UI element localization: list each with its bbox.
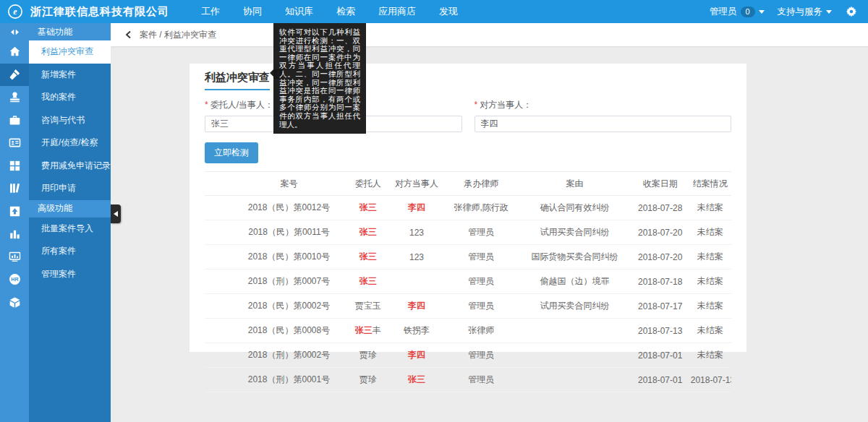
breadcrumb-bar: 案件 / 利益冲突审查: [111, 23, 868, 46]
bar-chart-icon[interactable]: [0, 223, 29, 246]
sidebar-item-0-1[interactable]: 新增案件: [29, 64, 111, 87]
topbar: e 浙江律联信息科技有限公司 工作协同知识库检索应用商店发现 管理员 0 支持与…: [0, 0, 868, 23]
cell-text: 2018-07-18: [638, 277, 682, 287]
sidebar-item-0-4[interactable]: 开庭/侦查/检察: [29, 132, 111, 155]
cell-text: 未结案: [697, 325, 723, 335]
upload-box-icon[interactable]: [0, 200, 29, 223]
presentation-icon[interactable]: [0, 246, 29, 269]
collapse-arrows-icon[interactable]: [0, 23, 29, 40]
table-row[interactable]: 2018（刑）第0001号贾珍张三管理员2018-07-012018-07-13: [205, 368, 731, 392]
sidebar-item-0-5[interactable]: 费用减免申请记录: [29, 155, 111, 178]
opposing-input[interactable]: [475, 116, 732, 132]
support-label: 支持与服务: [778, 6, 823, 18]
cell-text: 管理员: [468, 276, 494, 286]
cell-accept-date: 2018-07-28: [631, 196, 689, 220]
top-nav-item-0[interactable]: 工作: [190, 0, 231, 23]
cube-icon[interactable]: [0, 291, 29, 314]
cell-accept-date: 2018-07-20: [631, 220, 689, 245]
top-nav-item-2[interactable]: 知识库: [273, 0, 325, 23]
briefcase-icon[interactable]: [0, 109, 29, 132]
sidebar-collapse-handle[interactable]: [111, 204, 121, 223]
cell-lawyer: 管理员: [444, 368, 518, 392]
stamp-icon[interactable]: [0, 86, 29, 109]
cell-lawyer: 管理员: [444, 270, 518, 294]
id-card-icon[interactable]: [0, 132, 29, 155]
cell-close-status: 未结案: [689, 319, 731, 343]
cell-case-no: 2018（刑）第0002号: [231, 343, 346, 368]
support-menu[interactable]: 支持与服务: [778, 6, 833, 18]
top-nav-item-5[interactable]: 发现: [427, 0, 469, 23]
cell-text: 2018（民）第0010号: [248, 251, 330, 262]
topbar-right: 管理员 0 支持与服务: [710, 5, 868, 18]
table-row[interactable]: 2018（民）第0012号张三李四张律师,陈行政确认合同有效纠纷2018-07-…: [205, 196, 731, 220]
home-icon[interactable]: [0, 40, 29, 64]
cell-case-no: 2018（民）第0002号: [231, 294, 346, 319]
menu-section-header-1[interactable]: 高级功能: [29, 200, 111, 218]
cell-opposing-party: 123: [389, 220, 444, 245]
conflict-highlight: 张三: [408, 374, 425, 384]
conflict-highlight: 张三: [359, 202, 377, 212]
cell-cause: 偷越国（边）境罪: [518, 270, 631, 294]
back-chevron-icon[interactable]: [124, 30, 134, 40]
cell-close-status: 未结案: [689, 245, 731, 270]
top-nav: 工作协同知识库检索应用商店发现: [190, 0, 469, 23]
top-nav-item-4[interactable]: 应用商店: [367, 0, 427, 23]
table-row[interactable]: 2018（刑）第0002号贾珍李四管理员2018-07-01未结案: [205, 343, 731, 368]
sidebar-item-1-0[interactable]: 批量案件导入: [29, 218, 111, 241]
books-icon[interactable]: [0, 177, 29, 200]
sidebar-menu: 基础功能利益冲突审查新增案件我的案件咨询与代书开庭/侦查/检察费用减免申请记录用…: [29, 23, 111, 422]
sidebar-item-0-2[interactable]: 我的案件: [29, 86, 111, 109]
top-nav-item-3[interactable]: 检索: [325, 0, 367, 23]
gavel-icon[interactable]: [0, 64, 29, 87]
col-header-close-status: 结案情况: [689, 172, 731, 196]
conflict-highlight: 李四: [408, 350, 425, 360]
cell-case-no: 2018（民）第0011号: [231, 220, 346, 245]
cell-case-no: 2018（民）第0010号: [231, 245, 346, 270]
cell-text: 丰: [373, 325, 381, 335]
cell-text: 2018（刑）第0001号: [248, 374, 330, 384]
sidebar-item-0-0[interactable]: 利益冲突审查: [29, 40, 111, 64]
conflict-highlight: 李四: [408, 301, 425, 311]
table-row[interactable]: 2018（刑）第0007号张三管理员偷越国（边）境罪2018-07-18未结案: [205, 270, 731, 294]
cell-opposing-party: [389, 270, 444, 294]
gear-icon[interactable]: [845, 5, 858, 18]
app-logo-icon[interactable]: e: [7, 4, 23, 20]
sidebar-item-0-6[interactable]: 用印申请: [29, 177, 111, 200]
check-now-button[interactable]: 立即检测: [205, 142, 258, 163]
cell-client: 张三丰: [347, 319, 389, 343]
cell-client: 张三: [347, 245, 389, 270]
cell-text: 2018-07-17: [638, 301, 682, 311]
required-asterisk: *: [205, 100, 208, 110]
tab-conflict-review[interactable]: 利益冲突审查: [205, 71, 270, 90]
sidebar-item-1-2[interactable]: 管理案件: [29, 263, 111, 286]
cell-cause: 确认合同有效纠纷: [518, 196, 631, 220]
chevron-left-icon: [114, 211, 118, 217]
hr-icon[interactable]: HR: [0, 268, 29, 291]
cell-accept-date: 2018-07-18: [631, 270, 689, 294]
cell-lawyer: 管理员: [444, 220, 518, 245]
cell-text: 2018-07-20: [638, 252, 682, 262]
table-row[interactable]: 2018（民）第0010号张三123管理员国际货物买卖合同纠纷2018-07-2…: [205, 245, 731, 270]
col-header-opposing-party: 对方当事人: [389, 172, 444, 196]
menu-section-header-0[interactable]: 基础功能: [29, 23, 111, 40]
user-menu[interactable]: 管理员 0: [710, 6, 765, 18]
cell-text: 2018-07-13: [691, 375, 731, 385]
grid-icon[interactable]: [0, 155, 29, 178]
col-header-lawyer: 承办律师: [444, 172, 518, 196]
col-header-cause: 案由: [518, 172, 631, 196]
tooltip-arrow-icon: [270, 69, 273, 77]
table-row[interactable]: 2018（民）第0011号张三123管理员试用买卖合同纠纷2018-07-20未…: [205, 220, 731, 245]
cell-text: 贾珍: [359, 374, 377, 384]
breadcrumb[interactable]: 案件 / 利益冲突审查: [140, 29, 216, 41]
cell-opposing-party: 张三: [389, 368, 444, 392]
required-asterisk: *: [475, 100, 478, 110]
table-row[interactable]: 2018（民）第0002号贾宝玉李四管理员试用买卖合同纠纷2018-07-17未…: [205, 294, 731, 319]
col-header-case-no: 案号: [231, 172, 346, 196]
table-row[interactable]: 2018（民）第0008号张三丰铁拐李张律师2018-07-13未结案: [205, 319, 731, 343]
tooltip-text: 软件可对以下几种利益冲突进行检测：一、双重代理型利益冲突，同一律师在同一案件中为…: [279, 27, 360, 129]
sidebar-item-0-3[interactable]: 咨询与代书: [29, 109, 111, 132]
cell-text: 2018-07-01: [638, 375, 682, 385]
cell-accept-date: 2018-07-13: [631, 319, 689, 343]
top-nav-item-1[interactable]: 协同: [231, 0, 273, 23]
sidebar-item-1-1[interactable]: 所有案件: [29, 240, 111, 263]
